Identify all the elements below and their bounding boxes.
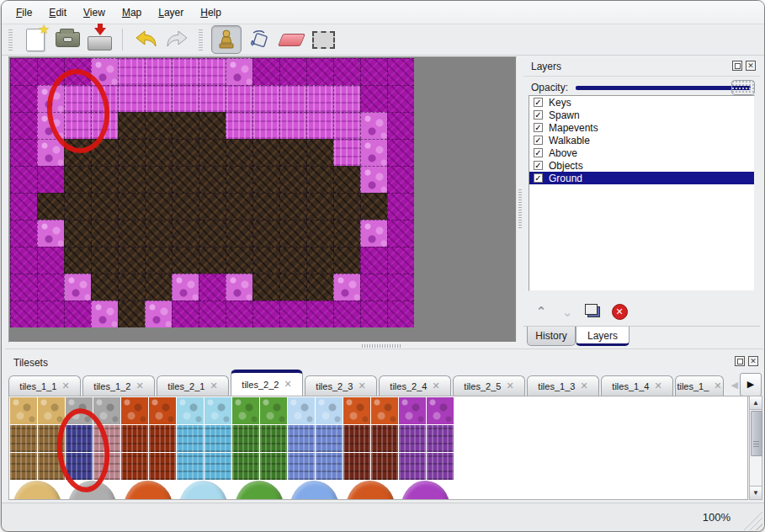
map-tile[interactable]	[91, 247, 118, 274]
eraser-tool-button[interactable]	[277, 26, 305, 53]
opacity-slider-track[interactable]	[576, 86, 751, 90]
menu-map[interactable]: Map	[114, 4, 151, 21]
duplicate-layer-button[interactable]	[584, 302, 603, 321]
map-tile[interactable]	[172, 112, 199, 139]
map-tile[interactable]	[199, 247, 226, 274]
tileset-tile-lava[interactable]	[149, 397, 176, 424]
opacity-slider-handle[interactable]	[731, 80, 755, 95]
tileset-tile-gray-rock-blue-blob[interactable]	[67, 479, 119, 500]
map-tile[interactable]	[91, 85, 118, 112]
menu-help[interactable]: Help	[193, 4, 231, 21]
map-tile[interactable]	[306, 220, 333, 247]
map-tile[interactable]	[91, 274, 118, 301]
tileset-tile-lava[interactable]	[149, 425, 176, 452]
map-tile[interactable]	[91, 58, 118, 85]
map-tile[interactable]	[10, 85, 37, 112]
map-tile[interactable]	[387, 166, 414, 193]
map-tile[interactable]	[118, 220, 145, 247]
float-panel-icon[interactable]	[732, 61, 742, 71]
layer-row-walkable[interactable]: ✓Walkable	[529, 134, 754, 146]
tileset-tile-crystal[interactable]	[288, 453, 315, 480]
map-tile[interactable]	[145, 166, 172, 193]
map-tile[interactable]	[333, 274, 360, 301]
tileset-tile-crystal-blob[interactable]	[290, 479, 341, 500]
map-tile[interactable]	[279, 139, 306, 166]
open-file-button[interactable]	[53, 26, 82, 53]
close-panel-icon[interactable]: ✕	[746, 61, 756, 71]
tileset-tile-violet-net[interactable]	[399, 453, 426, 480]
tileset-tile-violet-net[interactable]	[399, 397, 426, 424]
map-tile[interactable]	[199, 301, 226, 327]
tileset-tile-ice[interactable]	[177, 453, 204, 480]
map-tile[interactable]	[279, 58, 306, 85]
map-tile[interactable]	[145, 139, 172, 166]
tileset-tile-crystal[interactable]	[288, 397, 315, 424]
map-tile[interactable]	[37, 193, 64, 220]
tileset-tile-gray-rock-blue[interactable]	[66, 397, 93, 424]
map-tile[interactable]	[306, 193, 333, 220]
layer-visibility-checkbox[interactable]: ✓	[534, 148, 543, 157]
map-tile[interactable]	[145, 274, 172, 301]
map-tile[interactable]	[118, 85, 145, 112]
scrollbar-thumb[interactable]	[751, 411, 762, 456]
map-tile[interactable]	[118, 247, 145, 274]
map-tile[interactable]	[172, 193, 199, 220]
layer-visibility-checkbox[interactable]: ✓	[534, 98, 543, 107]
layer-visibility-checkbox[interactable]: ✓	[534, 173, 543, 183]
map-tile[interactable]	[118, 301, 145, 327]
tileset-scrollbar[interactable]: ▲ ▼	[749, 396, 762, 500]
map-tile[interactable]	[226, 112, 252, 139]
map-tile[interactable]	[252, 112, 279, 139]
splitter-grip[interactable]	[362, 344, 401, 348]
map-tile[interactable]	[252, 166, 279, 193]
map-tile[interactable]	[387, 247, 414, 274]
scroll-down-icon[interactable]: ▼	[750, 486, 762, 499]
map-tile[interactable]	[145, 112, 172, 139]
map-tile[interactable]	[306, 139, 333, 166]
tileset-tile-vines[interactable]	[260, 425, 287, 452]
map-tile[interactable]	[279, 85, 306, 112]
map-tile[interactable]	[37, 58, 64, 85]
map-tile[interactable]	[360, 193, 387, 220]
map-tile[interactable]	[252, 85, 279, 112]
map-tile[interactable]	[199, 274, 226, 301]
map-tile[interactable]	[64, 85, 91, 112]
new-file-button[interactable]: ★	[21, 26, 50, 53]
close-tab-icon[interactable]: ✕	[506, 380, 513, 391]
tileset-tile-ember[interactable]	[343, 397, 370, 424]
tileset-tile-ember-blob[interactable]	[346, 481, 395, 500]
layer-row-keys[interactable]: ✓Keys	[529, 96, 754, 109]
tileset-tile-crystal[interactable]	[316, 397, 343, 424]
map-tile[interactable]	[64, 58, 91, 85]
tileset-tile-gray-rock-mauve[interactable]	[93, 453, 120, 480]
layer-visibility-checkbox[interactable]: ✓	[534, 136, 543, 145]
map-tile[interactable]	[10, 58, 37, 85]
close-tab-icon[interactable]: ✕	[432, 380, 439, 391]
map-tile[interactable]	[333, 247, 360, 274]
map-tile[interactable]	[64, 247, 91, 274]
tileset-tab-tiles_2_1[interactable]: tiles_2_1✕	[157, 375, 229, 396]
map-tile[interactable]	[360, 247, 387, 274]
tileset-tile-vines[interactable]	[232, 453, 259, 480]
map-tile[interactable]	[387, 193, 414, 220]
map-tile[interactable]	[252, 58, 279, 85]
close-tab-icon[interactable]: ✕	[61, 380, 69, 391]
select-tool-button[interactable]	[309, 26, 337, 53]
map-tile[interactable]	[64, 220, 91, 247]
map-tile[interactable]	[252, 220, 279, 247]
map-tile[interactable]	[333, 193, 360, 220]
tileset-tile-gray-rock-mauve[interactable]	[93, 397, 120, 424]
close-tab-icon[interactable]: ✕	[210, 380, 217, 391]
map-tile[interactable]	[226, 220, 252, 247]
map-tile[interactable]	[387, 220, 414, 247]
map-tile[interactable]	[226, 58, 252, 85]
map-tile[interactable]	[172, 58, 199, 85]
map-tile[interactable]	[279, 112, 306, 139]
map-tile[interactable]	[37, 247, 64, 274]
map-tile[interactable]	[118, 274, 145, 301]
map-tile[interactable]	[145, 220, 172, 247]
tileset-tile-ice-blob[interactable]	[178, 479, 230, 500]
layer-row-objects[interactable]: ✓Objects	[529, 159, 754, 172]
close-tab-icon[interactable]: ✕	[580, 380, 587, 391]
map-tile[interactable]	[252, 193, 279, 220]
